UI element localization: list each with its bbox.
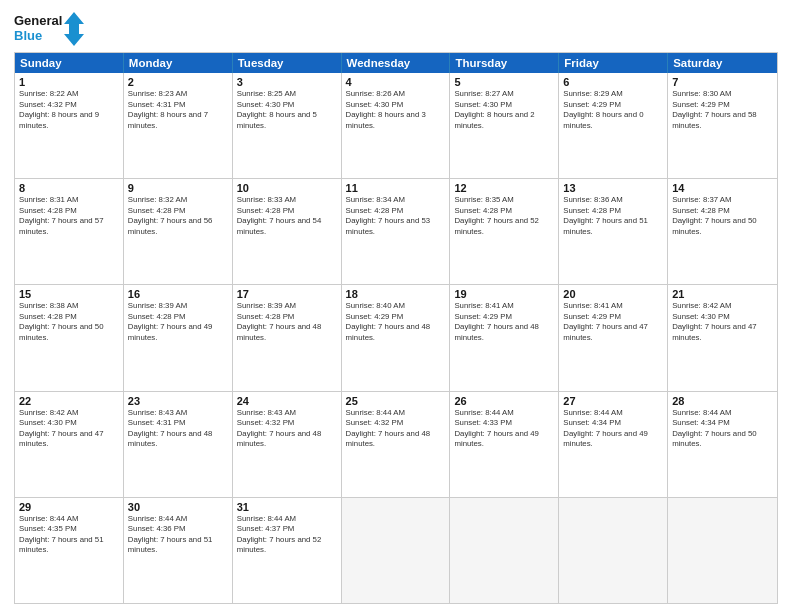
day-number: 19: [454, 288, 554, 300]
cal-cell-10: 10Sunrise: 8:33 AMSunset: 4:28 PMDayligh…: [233, 179, 342, 284]
day-info: Sunrise: 8:42 AMSunset: 4:30 PMDaylight:…: [672, 301, 773, 343]
calendar-body: 1Sunrise: 8:22 AMSunset: 4:32 PMDaylight…: [15, 73, 777, 603]
svg-marker-2: [64, 12, 84, 46]
day-number: 22: [19, 395, 119, 407]
day-info: Sunrise: 8:29 AMSunset: 4:29 PMDaylight:…: [563, 89, 663, 131]
day-number: 29: [19, 501, 119, 513]
day-info: Sunrise: 8:44 AMSunset: 4:37 PMDaylight:…: [237, 514, 337, 556]
day-number: 25: [346, 395, 446, 407]
day-info: Sunrise: 8:42 AMSunset: 4:30 PMDaylight:…: [19, 408, 119, 450]
cal-cell-6: 6Sunrise: 8:29 AMSunset: 4:29 PMDaylight…: [559, 73, 668, 178]
cal-cell-22: 22Sunrise: 8:42 AMSunset: 4:30 PMDayligh…: [15, 392, 124, 497]
cal-cell-13: 13Sunrise: 8:36 AMSunset: 4:28 PMDayligh…: [559, 179, 668, 284]
calendar-header-row: SundayMondayTuesdayWednesdayThursdayFrid…: [15, 53, 777, 73]
day-number: 30: [128, 501, 228, 513]
day-number: 13: [563, 182, 663, 194]
cal-cell-14: 14Sunrise: 8:37 AMSunset: 4:28 PMDayligh…: [668, 179, 777, 284]
week-row-4: 22Sunrise: 8:42 AMSunset: 4:30 PMDayligh…: [15, 391, 777, 497]
cal-cell-11: 11Sunrise: 8:34 AMSunset: 4:28 PMDayligh…: [342, 179, 451, 284]
day-info: Sunrise: 8:41 AMSunset: 4:29 PMDaylight:…: [563, 301, 663, 343]
cal-cell-30: 30Sunrise: 8:44 AMSunset: 4:36 PMDayligh…: [124, 498, 233, 603]
day-number: 27: [563, 395, 663, 407]
cal-cell-18: 18Sunrise: 8:40 AMSunset: 4:29 PMDayligh…: [342, 285, 451, 390]
header-day-friday: Friday: [559, 53, 668, 73]
day-info: Sunrise: 8:23 AMSunset: 4:31 PMDaylight:…: [128, 89, 228, 131]
cal-cell-19: 19Sunrise: 8:41 AMSunset: 4:29 PMDayligh…: [450, 285, 559, 390]
day-info: Sunrise: 8:44 AMSunset: 4:35 PMDaylight:…: [19, 514, 119, 556]
day-info: Sunrise: 8:44 AMSunset: 4:33 PMDaylight:…: [454, 408, 554, 450]
day-number: 2: [128, 76, 228, 88]
day-info: Sunrise: 8:37 AMSunset: 4:28 PMDaylight:…: [672, 195, 773, 237]
cal-cell-16: 16Sunrise: 8:39 AMSunset: 4:28 PMDayligh…: [124, 285, 233, 390]
week-row-3: 15Sunrise: 8:38 AMSunset: 4:28 PMDayligh…: [15, 284, 777, 390]
day-number: 26: [454, 395, 554, 407]
cal-cell-7: 7Sunrise: 8:30 AMSunset: 4:29 PMDaylight…: [668, 73, 777, 178]
svg-text:General: General: [14, 13, 62, 28]
svg-text:Blue: Blue: [14, 28, 42, 43]
day-number: 31: [237, 501, 337, 513]
day-number: 14: [672, 182, 773, 194]
day-info: Sunrise: 8:26 AMSunset: 4:30 PMDaylight:…: [346, 89, 446, 131]
header: General Blue: [14, 10, 778, 48]
day-info: Sunrise: 8:30 AMSunset: 4:29 PMDaylight:…: [672, 89, 773, 131]
day-info: Sunrise: 8:35 AMSunset: 4:28 PMDaylight:…: [454, 195, 554, 237]
day-info: Sunrise: 8:41 AMSunset: 4:29 PMDaylight:…: [454, 301, 554, 343]
day-number: 5: [454, 76, 554, 88]
day-number: 17: [237, 288, 337, 300]
day-number: 4: [346, 76, 446, 88]
day-info: Sunrise: 8:32 AMSunset: 4:28 PMDaylight:…: [128, 195, 228, 237]
cal-cell-3: 3Sunrise: 8:25 AMSunset: 4:30 PMDaylight…: [233, 73, 342, 178]
cal-cell-21: 21Sunrise: 8:42 AMSunset: 4:30 PMDayligh…: [668, 285, 777, 390]
cal-cell-29: 29Sunrise: 8:44 AMSunset: 4:35 PMDayligh…: [15, 498, 124, 603]
header-day-monday: Monday: [124, 53, 233, 73]
day-info: Sunrise: 8:40 AMSunset: 4:29 PMDaylight:…: [346, 301, 446, 343]
day-info: Sunrise: 8:25 AMSunset: 4:30 PMDaylight:…: [237, 89, 337, 131]
cal-cell-4: 4Sunrise: 8:26 AMSunset: 4:30 PMDaylight…: [342, 73, 451, 178]
day-number: 6: [563, 76, 663, 88]
cal-cell-15: 15Sunrise: 8:38 AMSunset: 4:28 PMDayligh…: [15, 285, 124, 390]
header-day-thursday: Thursday: [450, 53, 559, 73]
day-number: 18: [346, 288, 446, 300]
day-info: Sunrise: 8:27 AMSunset: 4:30 PMDaylight:…: [454, 89, 554, 131]
logo: General Blue: [14, 10, 84, 48]
day-info: Sunrise: 8:43 AMSunset: 4:31 PMDaylight:…: [128, 408, 228, 450]
day-info: Sunrise: 8:44 AMSunset: 4:36 PMDaylight:…: [128, 514, 228, 556]
cal-cell-9: 9Sunrise: 8:32 AMSunset: 4:28 PMDaylight…: [124, 179, 233, 284]
week-row-1: 1Sunrise: 8:22 AMSunset: 4:32 PMDaylight…: [15, 73, 777, 178]
day-number: 12: [454, 182, 554, 194]
logo-svg: General Blue: [14, 10, 84, 48]
cal-cell-20: 20Sunrise: 8:41 AMSunset: 4:29 PMDayligh…: [559, 285, 668, 390]
header-day-sunday: Sunday: [15, 53, 124, 73]
day-number: 23: [128, 395, 228, 407]
cal-cell-28: 28Sunrise: 8:44 AMSunset: 4:34 PMDayligh…: [668, 392, 777, 497]
cal-cell-17: 17Sunrise: 8:39 AMSunset: 4:28 PMDayligh…: [233, 285, 342, 390]
day-info: Sunrise: 8:38 AMSunset: 4:28 PMDaylight:…: [19, 301, 119, 343]
day-number: 28: [672, 395, 773, 407]
day-info: Sunrise: 8:36 AMSunset: 4:28 PMDaylight:…: [563, 195, 663, 237]
day-number: 9: [128, 182, 228, 194]
day-number: 10: [237, 182, 337, 194]
day-number: 16: [128, 288, 228, 300]
day-number: 8: [19, 182, 119, 194]
day-number: 20: [563, 288, 663, 300]
day-number: 24: [237, 395, 337, 407]
day-info: Sunrise: 8:31 AMSunset: 4:28 PMDaylight:…: [19, 195, 119, 237]
cal-cell-23: 23Sunrise: 8:43 AMSunset: 4:31 PMDayligh…: [124, 392, 233, 497]
header-day-wednesday: Wednesday: [342, 53, 451, 73]
cal-cell-25: 25Sunrise: 8:44 AMSunset: 4:32 PMDayligh…: [342, 392, 451, 497]
cal-cell-24: 24Sunrise: 8:43 AMSunset: 4:32 PMDayligh…: [233, 392, 342, 497]
day-number: 11: [346, 182, 446, 194]
cal-cell-2: 2Sunrise: 8:23 AMSunset: 4:31 PMDaylight…: [124, 73, 233, 178]
day-number: 15: [19, 288, 119, 300]
day-info: Sunrise: 8:22 AMSunset: 4:32 PMDaylight:…: [19, 89, 119, 131]
day-info: Sunrise: 8:34 AMSunset: 4:28 PMDaylight:…: [346, 195, 446, 237]
header-day-saturday: Saturday: [668, 53, 777, 73]
cal-cell-31: 31Sunrise: 8:44 AMSunset: 4:37 PMDayligh…: [233, 498, 342, 603]
cal-cell-27: 27Sunrise: 8:44 AMSunset: 4:34 PMDayligh…: [559, 392, 668, 497]
cal-cell-8: 8Sunrise: 8:31 AMSunset: 4:28 PMDaylight…: [15, 179, 124, 284]
day-info: Sunrise: 8:43 AMSunset: 4:32 PMDaylight:…: [237, 408, 337, 450]
day-number: 21: [672, 288, 773, 300]
page: General Blue SundayMondayTuesdayWednesda…: [0, 0, 792, 612]
day-number: 1: [19, 76, 119, 88]
day-info: Sunrise: 8:33 AMSunset: 4:28 PMDaylight:…: [237, 195, 337, 237]
